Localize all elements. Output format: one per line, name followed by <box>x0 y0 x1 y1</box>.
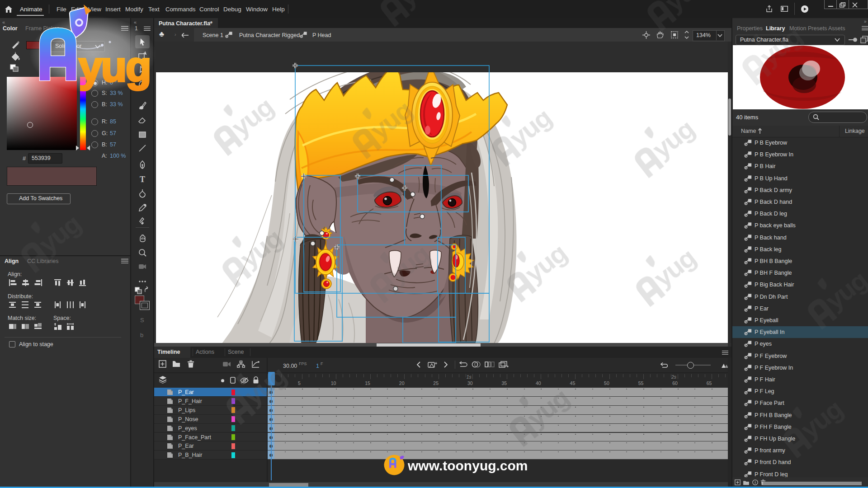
svg-text:T: T <box>140 175 145 183</box>
